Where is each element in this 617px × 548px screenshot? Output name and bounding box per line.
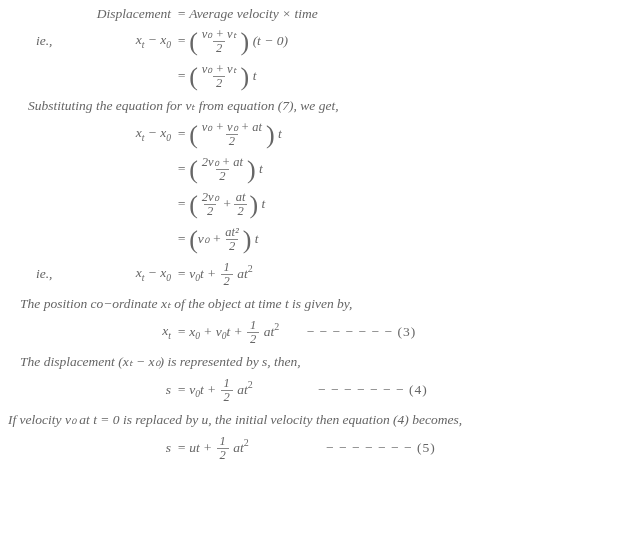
equals: = [174, 125, 189, 144]
paren-group: ( v₀ + v₀ + at 2 ) [189, 121, 275, 148]
rhs: ut + 1 2 at2 − − − − − − − (5) [189, 435, 436, 462]
eq-line-6: = ( 2v₀ 2 + at 2 ) t [8, 188, 609, 222]
equals: = [174, 265, 189, 284]
eq-line-11: s = ut + 1 2 at2 − − − − − − − (5) [8, 431, 609, 465]
ie-label: ie., [8, 265, 60, 284]
eq-line-4: xt − x0 = ( v₀ + v₀ + at 2 ) t [8, 118, 609, 152]
equals: = [174, 195, 189, 214]
eq-line-7: = ( v₀ + at² 2 ) t [8, 223, 609, 257]
rhs: x0 + v0t + 1 2 at2 − − − − − − − (3) [189, 319, 416, 346]
fraction: 1 2 [247, 319, 259, 346]
paren-group: ( 2v₀ + at 2 ) [189, 156, 256, 183]
eq-line-10: s = v0t + 1 2 at2 − − − − − − − (4) [8, 374, 609, 408]
ie-label: ie., [8, 32, 60, 51]
text-velocity-replaced: If velocity v₀ at t = 0 is replaced by u… [8, 411, 609, 430]
equals: = [174, 67, 189, 86]
eq-number-4: − − − − − − − (4) [256, 382, 428, 397]
rhs: ( 2v₀ 2 + at 2 ) t [189, 191, 265, 218]
fraction: 2v₀ + at 2 [199, 156, 246, 183]
rhs: ( v₀ + at² 2 ) t [189, 226, 258, 253]
paren-group: ( v₀ + at² 2 ) [189, 226, 251, 253]
rhs: ( v₀ + v₀ + at 2 ) t [189, 121, 282, 148]
paren-group: ( 2v₀ 2 + at 2 ) [189, 191, 258, 218]
fraction: v₀ + vₜ 2 [199, 28, 240, 55]
fraction: v₀ + v₀ + at 2 [199, 121, 265, 148]
lhs: s [8, 439, 174, 458]
equals: = [174, 381, 189, 400]
eq-number-5: − − − − − − − (5) [252, 440, 436, 455]
eq-line-5: = ( 2v₀ + at 2 ) t [8, 153, 609, 187]
rhs: v0t + 1 2 at2 − − − − − − − (4) [189, 377, 428, 404]
paren-group: ( v₀ + vₜ 2 ) [189, 63, 249, 90]
eq-line-2: ie., xt − x0 = ( v₀ + vₜ 2 ) (t − 0) [8, 25, 609, 59]
lhs: xt − x0 [8, 124, 174, 145]
equals: = [174, 160, 189, 179]
rhs: ( v₀ + vₜ 2 ) t [189, 63, 256, 90]
fraction: 1 2 [217, 435, 229, 462]
text-displacement: The displacement (xₜ − x₀) is represente… [20, 353, 609, 372]
rhs: ( 2v₀ + at 2 ) t [189, 156, 263, 183]
lhs: xt [8, 322, 174, 343]
rhs: Average velocity × time [189, 5, 318, 24]
equals: = [174, 230, 189, 249]
fraction-2: at 2 [233, 191, 249, 218]
equals: = [174, 32, 189, 51]
eq-number-3: − − − − − − − (3) [283, 324, 417, 339]
fraction: 1 2 [221, 261, 233, 288]
lhs: s [8, 381, 174, 400]
eq-line-9: xt = x0 + v0t + 1 2 at2 − − − − − − − (3… [8, 316, 609, 350]
rhs: ( v₀ + vₜ 2 ) (t − 0) [189, 28, 288, 55]
equals: = [174, 5, 189, 24]
eq-line-8: ie., xt − x0 = v0t + 1 2 at2 [8, 258, 609, 292]
fraction: at² 2 [222, 226, 241, 253]
paren-group: ( v₀ + vₜ 2 ) [189, 28, 249, 55]
fraction-1: 2v₀ 2 [199, 191, 222, 218]
fraction: 1 2 [221, 377, 233, 404]
lhs: Displacement [8, 5, 174, 24]
equals: = [174, 439, 189, 458]
fraction: v₀ + vₜ 2 [199, 63, 240, 90]
eq-line-1: Displacement = Average velocity × time [8, 5, 609, 24]
text-substituting: Substituting the equation for vₜ from eq… [28, 97, 609, 116]
lhs: xt − x0 [60, 31, 174, 52]
equals: = [174, 323, 189, 342]
lhs: xt − x0 [60, 264, 174, 285]
rhs: v0t + 1 2 at2 [189, 261, 253, 288]
eq-line-3: = ( v₀ + vₜ 2 ) t [8, 60, 609, 94]
text-position: The position co−ordinate xₜ of the objec… [20, 295, 609, 314]
